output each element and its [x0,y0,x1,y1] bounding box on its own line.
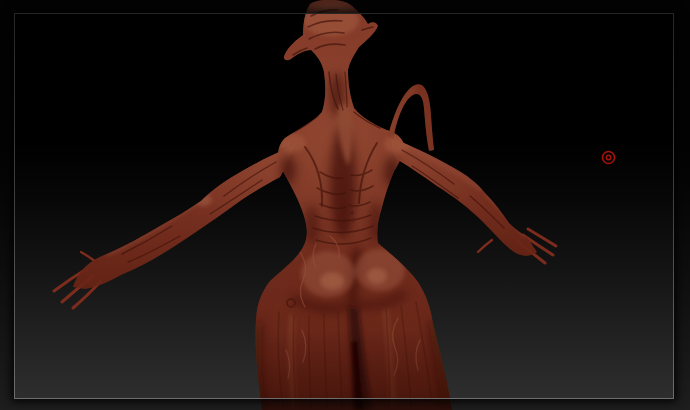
sculpted-model [0,0,690,410]
clay-grain-texture [40,0,640,410]
sculpt-viewport[interactable] [0,0,690,410]
